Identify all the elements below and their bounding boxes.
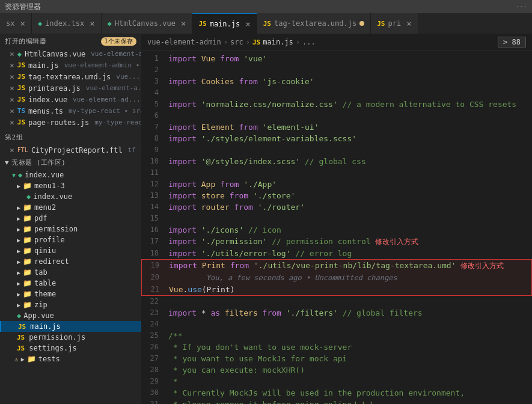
tree-item-settings-js[interactable]: JS settings.js <box>0 343 141 354</box>
line-number: 22 <box>141 296 168 307</box>
editor-item-index-vue[interactable]: × JS index.vue vue-element-ad... 2 <box>0 94 141 105</box>
tab-close[interactable]: × <box>406 19 411 28</box>
chevron-icon: ▶ <box>17 226 20 233</box>
code-line: 25 /** <box>141 330 532 341</box>
close-icon[interactable]: × <box>10 49 14 58</box>
tab-close-sx[interactable]: × <box>20 19 25 28</box>
tree-item-label: index.vue <box>33 192 72 201</box>
line-number: 26 <box>141 341 168 353</box>
tab-label: HtmlCanvas.vue <box>115 19 176 28</box>
line-content: * you want to use MockJs for mock api <box>168 353 532 364</box>
line-number: 17 <box>141 236 168 247</box>
close-icon[interactable]: × <box>10 61 14 70</box>
editor-filepath: vue-element-a... <box>91 50 141 58</box>
tree-item-profile[interactable]: ▶ 📁 profile <box>0 234 141 245</box>
line-content: * you can execute: mockXHR() <box>168 364 532 376</box>
line-number: 6 <box>141 110 168 121</box>
js-file-icon: JS <box>17 118 25 126</box>
line-content: import './icons' // icon <box>168 224 532 236</box>
tab-tag-textarea[interactable]: JS tag-textarea.umd.js <box>257 13 371 34</box>
line-number: 4 <box>141 87 168 99</box>
tree-item-tab[interactable]: ▶ 📁 tab <box>0 267 141 278</box>
close-icon[interactable]: × <box>10 95 14 104</box>
tree-item-app-vue[interactable]: ◆ App.vue <box>0 310 141 321</box>
tree-item-label: permission <box>34 225 78 233</box>
close-icon[interactable]: × <box>10 106 14 115</box>
line-number: 14 <box>141 201 168 213</box>
tree-item-label: tab <box>34 268 47 277</box>
tab-close[interactable]: × <box>181 19 186 28</box>
js-icon: JS <box>263 20 271 28</box>
chevron-icon: ▶ <box>17 204 20 211</box>
tree-item-index-vue-sub[interactable]: ◆ index.vue <box>0 191 141 202</box>
close-icon[interactable]: × <box>10 84 14 93</box>
tree-item-redirect[interactable]: ▶ 📁 redirect <box>0 256 141 267</box>
chevron-icon: ▼ <box>12 172 16 179</box>
line-number: 19 <box>142 260 169 271</box>
tree-item-menu2[interactable]: ▶ 📁 menu2 <box>0 202 141 213</box>
tree-item-qiniu[interactable]: ▶ 📁 qiniu <box>0 245 141 256</box>
tree-item-theme[interactable]: ▶ 📁 theme <box>0 289 141 299</box>
tab-close[interactable]: × <box>90 19 94 28</box>
close-icon[interactable]: × <box>10 118 14 127</box>
close-icon[interactable]: × <box>10 145 14 155</box>
tab-label: sx <box>6 19 14 28</box>
chevron-icon: ▶ <box>17 237 20 243</box>
line-content: * If you don't want to use mock-server <box>168 341 532 353</box>
tree-item-label: redirect <box>34 257 69 266</box>
tab-pri[interactable]: JS pri × <box>371 13 418 34</box>
tree-item-table[interactable]: ▶ 📁 table <box>0 278 141 289</box>
group2-label: 第2组 <box>0 130 141 144</box>
tree-item-main-js[interactable]: JS main.js <box>0 321 141 332</box>
breadcrumb: vue-element-admin › src › JS main.js › .… <box>141 34 532 50</box>
editor-filepath: vue-element-a... <box>86 84 141 92</box>
js-breadcrumb-icon: JS <box>252 38 260 46</box>
editor-filename: menus.ts <box>28 107 63 115</box>
js-file-icon: JS <box>18 323 26 331</box>
code-line: 5 import 'normalize.css/normalize.css' /… <box>141 99 532 110</box>
code-line: 28 * you can execute: mockXHR() <box>141 364 532 376</box>
editor-filepath: vue-element-admin • src <box>64 61 141 69</box>
tree-item-permission[interactable]: ▶ 📁 permission <box>0 224 141 234</box>
editor-filepath: my-type-react • ... <box>94 118 141 126</box>
tree-item-label: tests <box>38 355 60 363</box>
editor-filename: index.vue <box>28 96 67 104</box>
line-number: 8 <box>141 133 168 144</box>
editor-item-page-routes[interactable]: × JS page-routes.js my-type-react • ... <box>0 117 141 128</box>
tab-sx[interactable]: sx × <box>0 13 32 34</box>
line-content: import * as filters from './filters' // … <box>168 307 532 319</box>
tree-item-pdf[interactable]: ▶ 📁 pdf <box>0 213 141 224</box>
editor-item-mainjs[interactable]: × JS main.js vue-element-admin • src <box>0 60 141 71</box>
tree-item-zip[interactable]: ▶ 📁 zip <box>0 299 141 310</box>
code-container[interactable]: 1 import Vue from 'vue' 2 3 import Cooki… <box>141 50 532 404</box>
title-bar-text: 资源管理器 <box>5 2 41 12</box>
tab-index-tsx[interactable]: ◆ index.tsx × <box>32 13 102 34</box>
chevron-icon: ▶ <box>17 302 20 308</box>
line-content: * please remove it before going online！！… <box>168 399 532 404</box>
tree-item-label: pdf <box>34 214 47 222</box>
editor-item-cityproject[interactable]: × FTL CityProjectReport.ftl tf • zzyp... <box>0 144 141 156</box>
tab-close[interactable]: × <box>245 19 250 29</box>
editor-item-tag-textarea[interactable]: × JS tag-textarea.umd.js vue... 9+ <box>0 71 141 82</box>
tree-item-permission-js[interactable]: JS permission.js <box>0 332 141 343</box>
line-number: 27 <box>141 353 168 364</box>
line-number: 11 <box>141 167 168 179</box>
code-line: 11 <box>141 167 532 179</box>
tree-item-tests[interactable]: ⚠ ▶ 📁 tests <box>0 354 141 364</box>
code-line: 10 import '@/styles/index.scss' // globa… <box>141 156 532 167</box>
line-number: 13 <box>141 190 168 201</box>
code-line: 14 import router from './router' <box>141 201 532 213</box>
vue-icon: ◆ <box>38 19 42 28</box>
editor-filepath: vue... <box>116 73 140 81</box>
tree-item-menu1-3[interactable]: ▶ 📁 menu1-3 <box>0 180 141 191</box>
code-line: 27 * you want to use MockJs for mock api <box>141 353 532 364</box>
tab-main-js[interactable]: JS main.js × <box>192 13 257 34</box>
tree-item-label: profile <box>34 236 65 244</box>
editor-item-menus[interactable]: × TS menus.ts my-type-react • src\a... <box>0 105 141 117</box>
close-icon[interactable]: × <box>10 72 14 81</box>
tree-item-index-vue-root[interactable]: ▼ ◆ index.vue <box>0 170 141 180</box>
editor-item-htmlcanvas[interactable]: × ◆ HtmlCanvas.vue vue-element-a... <box>0 48 141 60</box>
editor-item-printarea[interactable]: × JS printarea.js vue-element-a... 5 <box>0 82 141 94</box>
tab-htmlcanvas[interactable]: ◆ HtmlCanvas.vue × <box>102 13 193 34</box>
tab-label: index.tsx <box>45 19 84 28</box>
